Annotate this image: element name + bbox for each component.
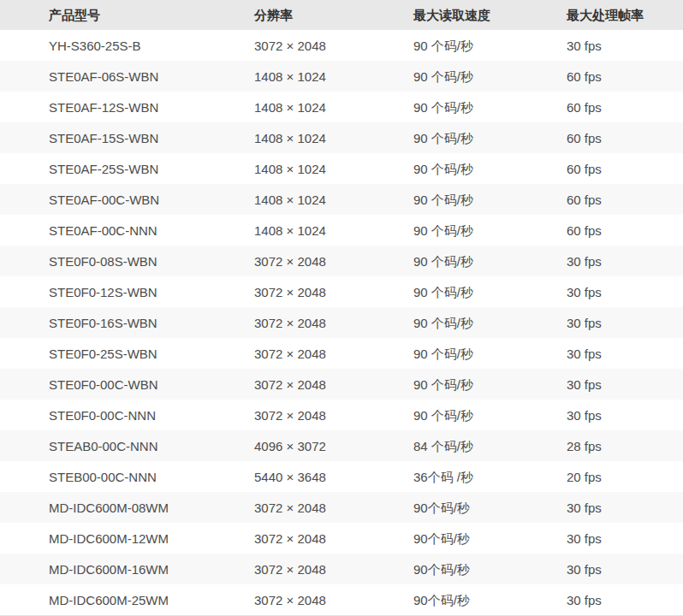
table-row: STE0AF-12S-WBN1408 × 102490 个码/秒60 fps bbox=[0, 92, 683, 122]
cell-resolution: 3072 × 2048 bbox=[205, 523, 365, 554]
table-row: STE0F0-00C-WBN3072 × 204890 个码/秒30 fps bbox=[0, 369, 683, 400]
table-row: STE0AF-25S-WBN1408 × 102490 个码/秒60 fps bbox=[0, 153, 683, 184]
table-row: STE0F0-25S-WBN3072 × 204890 个码/秒30 fps bbox=[0, 338, 683, 369]
cell-resolution: 3072 × 2048 bbox=[205, 307, 365, 338]
cell-frame-rate: 60 fps bbox=[518, 61, 683, 92]
cell-frame-rate: 60 fps bbox=[518, 122, 683, 153]
cell-resolution: 1408 × 1024 bbox=[205, 153, 365, 184]
table-row: STE0AF-00C-NNN1408 × 102490 个码/秒60 fps bbox=[0, 215, 683, 246]
table-row: MD-IDC600M-12WM3072 × 204890个码/秒30 fps bbox=[0, 523, 683, 554]
column-header-read-speed: 最大读取速度 bbox=[365, 0, 518, 30]
cell-model: STE0AF-25S-WBN bbox=[0, 153, 205, 184]
cell-model: MD-IDC600M-16WM bbox=[0, 554, 205, 584]
cell-read-speed: 90 个码/秒 bbox=[365, 30, 518, 61]
cell-model: MD-IDC600M-08WM bbox=[0, 492, 205, 523]
cell-read-speed: 90 个码/秒 bbox=[365, 122, 518, 153]
product-spec-page: 产品型号分辨率最大读取速度最大处理帧率 YH-S360-25S-B3072 × … bbox=[0, 0, 683, 616]
cell-model: STE0F0-08S-WBN bbox=[0, 246, 205, 276]
cell-read-speed: 84 个码/秒 bbox=[365, 430, 518, 461]
cell-resolution: 1408 × 1024 bbox=[205, 184, 365, 215]
cell-model: STE0AF-12S-WBN bbox=[0, 92, 205, 122]
cell-resolution: 3072 × 2048 bbox=[205, 369, 365, 400]
cell-model: STEAB0-00C-NNN bbox=[0, 430, 205, 461]
table-row: STE0AF-00C-WBN1408 × 102490 个码/秒60 fps bbox=[0, 184, 683, 215]
cell-frame-rate: 30 fps bbox=[518, 554, 683, 584]
cell-frame-rate: 30 fps bbox=[518, 369, 683, 400]
table-row: YH-S360-25S-B3072 × 204890 个码/秒30 fps bbox=[0, 30, 683, 61]
cell-read-speed: 90 个码/秒 bbox=[365, 400, 518, 430]
cell-frame-rate: 30 fps bbox=[518, 30, 683, 61]
cell-model: STEB00-00C-NNN bbox=[0, 461, 205, 492]
table-row: STE0F0-08S-WBN3072 × 204890 个码/秒30 fps bbox=[0, 246, 683, 276]
cell-read-speed: 90 个码/秒 bbox=[365, 92, 518, 122]
cell-frame-rate: 30 fps bbox=[518, 400, 683, 430]
cell-resolution: 1408 × 1024 bbox=[205, 122, 365, 153]
cell-model: STE0F0-25S-WBN bbox=[0, 338, 205, 369]
column-header-model: 产品型号 bbox=[0, 0, 205, 30]
table-row: MD-IDC600M-25WM3072 × 204890个码/秒30 fps bbox=[0, 584, 683, 615]
table-row: MD-IDC600M-16WM3072 × 204890个码/秒30 fps bbox=[0, 554, 683, 584]
cell-read-speed: 90 个码/秒 bbox=[365, 215, 518, 246]
cell-model: YH-S360-25S-B bbox=[0, 30, 205, 61]
table-row: STE0F0-12S-WBN3072 × 204890 个码/秒30 fps bbox=[0, 276, 683, 307]
cell-frame-rate: 60 fps bbox=[518, 184, 683, 215]
cell-resolution: 3072 × 2048 bbox=[205, 246, 365, 276]
cell-model: STE0AF-00C-NNN bbox=[0, 215, 205, 246]
cell-model: STE0F0-12S-WBN bbox=[0, 276, 205, 307]
table-body: YH-S360-25S-B3072 × 204890 个码/秒30 fpsSTE… bbox=[0, 30, 683, 615]
product-spec-table: 产品型号分辨率最大读取速度最大处理帧率 YH-S360-25S-B3072 × … bbox=[0, 0, 683, 615]
cell-frame-rate: 28 fps bbox=[518, 430, 683, 461]
cell-frame-rate: 30 fps bbox=[518, 523, 683, 554]
table-row: STEAB0-00C-NNN4096 × 307284 个码/秒28 fps bbox=[0, 430, 683, 461]
cell-read-speed: 36个码 /秒 bbox=[365, 461, 518, 492]
cell-frame-rate: 30 fps bbox=[518, 246, 683, 276]
table-row: STE0F0-00C-NNN3072 × 204890 个码/秒30 fps bbox=[0, 400, 683, 430]
cell-read-speed: 90个码/秒 bbox=[365, 554, 518, 584]
cell-read-speed: 90 个码/秒 bbox=[365, 307, 518, 338]
cell-model: STE0AF-00C-WBN bbox=[0, 184, 205, 215]
cell-read-speed: 90 个码/秒 bbox=[365, 276, 518, 307]
cell-model: STE0AF-15S-WBN bbox=[0, 122, 205, 153]
cell-frame-rate: 30 fps bbox=[518, 584, 683, 615]
cell-model: STE0AF-06S-WBN bbox=[0, 61, 205, 92]
cell-read-speed: 90 个码/秒 bbox=[365, 246, 518, 276]
cell-read-speed: 90 个码/秒 bbox=[365, 369, 518, 400]
table-header: 产品型号分辨率最大读取速度最大处理帧率 bbox=[0, 0, 683, 30]
cell-read-speed: 90个码/秒 bbox=[365, 584, 518, 615]
cell-model: MD-IDC600M-25WM bbox=[0, 584, 205, 615]
cell-read-speed: 90 个码/秒 bbox=[365, 61, 518, 92]
table-row: STEB00-00C-NNN5440 × 364836个码 /秒20 fps bbox=[0, 461, 683, 492]
table-row: STE0F0-16S-WBN3072 × 204890 个码/秒30 fps bbox=[0, 307, 683, 338]
table-row: STE0AF-06S-WBN1408 × 102490 个码/秒60 fps bbox=[0, 61, 683, 92]
cell-resolution: 3072 × 2048 bbox=[205, 400, 365, 430]
cell-frame-rate: 30 fps bbox=[518, 492, 683, 523]
cell-frame-rate: 30 fps bbox=[518, 338, 683, 369]
cell-frame-rate: 60 fps bbox=[518, 215, 683, 246]
cell-resolution: 3072 × 2048 bbox=[205, 30, 365, 61]
cell-frame-rate: 20 fps bbox=[518, 461, 683, 492]
cell-frame-rate: 60 fps bbox=[518, 153, 683, 184]
cell-model: STE0F0-16S-WBN bbox=[0, 307, 205, 338]
cell-read-speed: 90 个码/秒 bbox=[365, 338, 518, 369]
cell-resolution: 3072 × 2048 bbox=[205, 554, 365, 584]
table-row: STE0AF-15S-WBN1408 × 102490 个码/秒60 fps bbox=[0, 122, 683, 153]
cell-frame-rate: 30 fps bbox=[518, 276, 683, 307]
cell-model: STE0F0-00C-WBN bbox=[0, 369, 205, 400]
table-header-row: 产品型号分辨率最大读取速度最大处理帧率 bbox=[0, 0, 683, 30]
cell-model: STE0F0-00C-NNN bbox=[0, 400, 205, 430]
cell-resolution: 3072 × 2048 bbox=[205, 584, 365, 615]
cell-read-speed: 90 个码/秒 bbox=[365, 153, 518, 184]
cell-resolution: 3072 × 2048 bbox=[205, 276, 365, 307]
column-header-resolution: 分辨率 bbox=[205, 0, 365, 30]
cell-resolution: 1408 × 1024 bbox=[205, 61, 365, 92]
cell-resolution: 4096 × 3072 bbox=[205, 430, 365, 461]
cell-read-speed: 90 个码/秒 bbox=[365, 184, 518, 215]
cell-frame-rate: 60 fps bbox=[518, 92, 683, 122]
cell-resolution: 5440 × 3648 bbox=[205, 461, 365, 492]
cell-resolution: 3072 × 2048 bbox=[205, 338, 365, 369]
cell-resolution: 3072 × 2048 bbox=[205, 492, 365, 523]
table-row: MD-IDC600M-08WM3072 × 204890个码/秒30 fps bbox=[0, 492, 683, 523]
cell-resolution: 1408 × 1024 bbox=[205, 92, 365, 122]
cell-read-speed: 90个码/秒 bbox=[365, 523, 518, 554]
cell-frame-rate: 30 fps bbox=[518, 307, 683, 338]
